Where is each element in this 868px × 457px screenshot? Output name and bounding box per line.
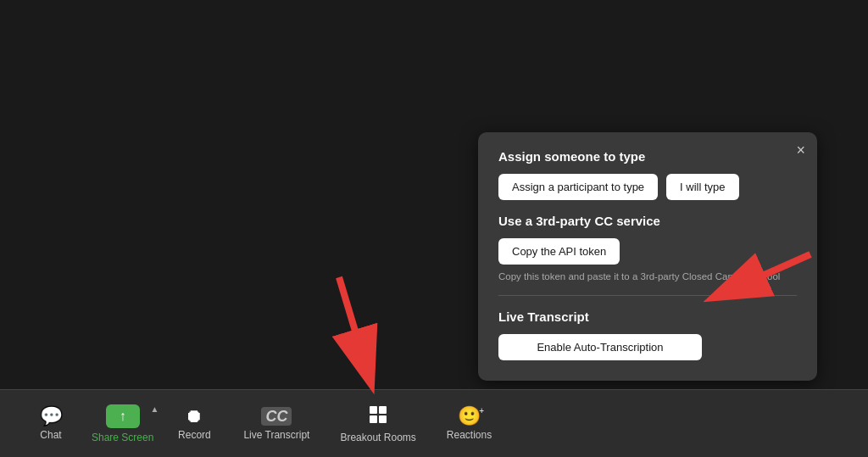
toolbar-item-reactions[interactable]: 🙂+ Reactions: [431, 402, 507, 446]
svg-rect-4: [370, 406, 377, 414]
svg-rect-7: [379, 415, 387, 423]
i-will-type-button[interactable]: I will type: [666, 174, 738, 200]
svg-rect-6: [370, 415, 377, 423]
share-screen-icon: ↑: [106, 404, 140, 428]
live-transcript-label: Live Transcript: [243, 429, 309, 441]
toolbar-item-live-transcript[interactable]: CC Live Transcript: [228, 402, 325, 446]
svg-line-1: [339, 277, 364, 362]
enable-auto-transcription-button[interactable]: Enable Auto-Transcription: [498, 334, 702, 360]
record-icon: ⏺: [185, 407, 203, 426]
svg-rect-5: [379, 406, 387, 414]
assign-section-title: Assign someone to type: [498, 149, 797, 164]
arrow-indicator-1: [322, 277, 390, 382]
arrow-indicator-2: [717, 250, 819, 304]
assign-row: Assign a participant to type I will type: [498, 174, 797, 200]
breakout-rooms-label: Breakout Rooms: [340, 432, 415, 443]
toolbar-item-breakout-rooms[interactable]: Breakout Rooms: [325, 399, 431, 449]
reactions-label: Reactions: [447, 429, 492, 441]
chat-label: Chat: [40, 429, 61, 441]
copy-api-token-button[interactable]: Copy the API token: [498, 238, 620, 265]
toolbar-item-share-screen[interactable]: ↑ Share Screen ▲: [85, 399, 160, 449]
toolbar: 💬 Chat ↑ Share Screen ▲ ⏺ Record CC Live…: [0, 389, 868, 457]
third-party-section-title: Use a 3rd-party CC service: [498, 214, 797, 228]
toolbar-item-record[interactable]: ⏺ Record: [160, 402, 228, 446]
toolbar-item-chat[interactable]: 💬 Chat: [17, 402, 85, 446]
svg-line-3: [734, 254, 810, 288]
share-screen-label: Share Screen: [92, 432, 153, 443]
assign-participant-button[interactable]: Assign a participant to type: [498, 174, 658, 200]
chat-icon: 💬: [40, 407, 63, 426]
live-transcript-section-title: Live Transcript: [498, 309, 797, 324]
live-transcript-icon: CC: [261, 407, 292, 426]
close-button[interactable]: ×: [796, 142, 805, 158]
reactions-icon: 🙂+: [458, 407, 481, 426]
breakout-rooms-icon: [368, 404, 388, 428]
record-label: Record: [178, 429, 211, 441]
share-screen-chevron-icon: ▲: [150, 404, 159, 414]
